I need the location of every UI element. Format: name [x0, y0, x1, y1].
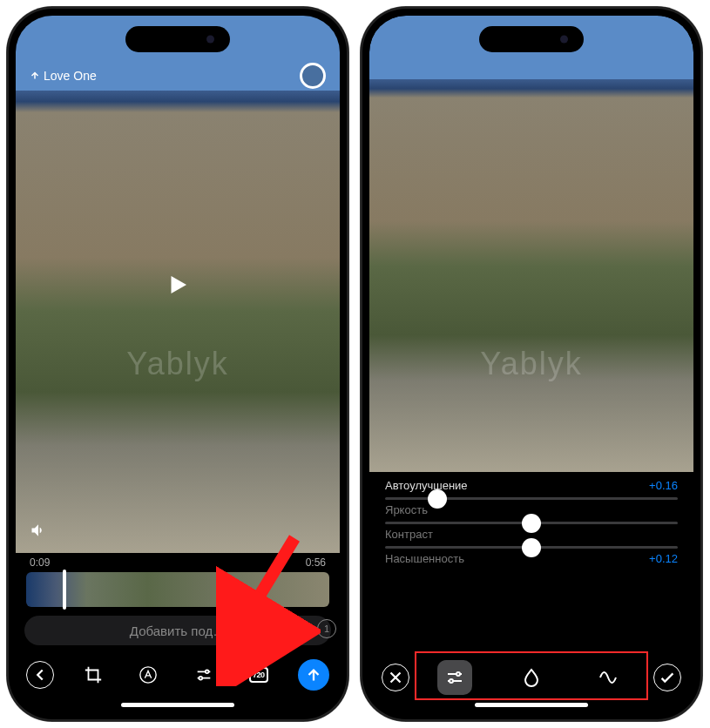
adjust-slider[interactable]	[385, 522, 678, 524]
svg-point-0	[140, 667, 156, 683]
back-chevron-button[interactable]	[26, 661, 54, 689]
adjust-button[interactable]	[188, 659, 220, 691]
dynamic-island	[479, 26, 584, 52]
adjust-slider[interactable]	[385, 497, 678, 500]
sound-button[interactable]	[30, 522, 47, 543]
share-button[interactable]	[298, 659, 329, 691]
phone-left: Yablyk Love One 0:09	[7, 7, 348, 721]
sliders-icon	[194, 665, 213, 684]
playhead[interactable]	[63, 570, 66, 610]
check-icon	[658, 668, 677, 687]
cancel-button[interactable]	[382, 664, 409, 691]
timeline: 0:09 0:56	[16, 553, 340, 607]
caption-placeholder: Добавить под…	[130, 624, 226, 638]
dynamic-island	[125, 26, 230, 52]
adjust-toolbar	[369, 655, 693, 700]
svg-point-4	[456, 672, 460, 676]
svg-point-2	[199, 677, 202, 680]
home-indicator[interactable]	[121, 703, 234, 707]
adjust-row: Автоулучшение+0.16	[385, 479, 678, 500]
resolution-button[interactable]: 720	[243, 659, 274, 691]
curves-mode-button[interactable]	[591, 660, 625, 695]
adjustments-panel: Автоулучшение+0.16ЯркостьКонтрастНасышен…	[369, 472, 693, 565]
adjust-name: Автоулучшение	[385, 479, 468, 492]
chevron-left-icon	[30, 665, 50, 684]
wave-icon	[598, 667, 619, 688]
record-indicator[interactable]	[300, 63, 326, 89]
play-button[interactable]	[165, 272, 191, 298]
text-tool-button[interactable]	[132, 659, 164, 691]
scrubber[interactable]	[26, 572, 329, 607]
crop-button[interactable]	[78, 659, 109, 691]
arrow-up-icon	[304, 665, 323, 684]
home-indicator[interactable]	[475, 703, 588, 707]
speaker-icon	[30, 522, 47, 539]
slider-knob[interactable]	[522, 514, 541, 533]
sliders-icon	[444, 667, 465, 688]
crop-icon	[84, 665, 103, 684]
adjust-value: +0.12	[649, 552, 678, 565]
slider-knob[interactable]	[428, 489, 447, 509]
resolution-label: 720	[249, 667, 268, 683]
adjust-name: Насышенность	[385, 552, 464, 565]
adjust-name: Контраст	[385, 528, 433, 541]
caption-count-badge: 1	[317, 619, 336, 638]
drop-icon	[521, 667, 542, 688]
adjust-row: Яркость	[385, 503, 678, 524]
back-label: Love One	[44, 69, 97, 83]
play-icon	[165, 272, 191, 298]
photo-preview[interactable]	[369, 16, 693, 472]
adjust-mode-button[interactable]	[437, 660, 472, 695]
confirm-button[interactable]	[653, 664, 681, 691]
svg-point-5	[450, 679, 453, 683]
svg-point-1	[205, 671, 208, 674]
adjust-value: +0.16	[649, 479, 678, 492]
filters-mode-button[interactable]	[514, 660, 549, 695]
video-preview[interactable]: Love One	[16, 16, 340, 553]
phone-right: Yablyk Автоулучшение+0.16ЯркостьКонтраст…	[361, 7, 702, 721]
adjust-slider[interactable]	[385, 546, 678, 549]
time-end: 0:56	[306, 556, 326, 569]
adjust-name: Яркость	[385, 503, 428, 516]
slider-knob[interactable]	[522, 538, 541, 557]
text-a-icon	[139, 665, 158, 684]
editor-toolbar: 720	[16, 654, 340, 696]
arrow-up-icon	[30, 71, 40, 81]
caption-input[interactable]: Добавить под… 1	[24, 616, 331, 645]
back-button[interactable]: Love One	[30, 69, 97, 83]
time-start: 0:09	[30, 556, 50, 569]
close-icon	[386, 668, 405, 687]
